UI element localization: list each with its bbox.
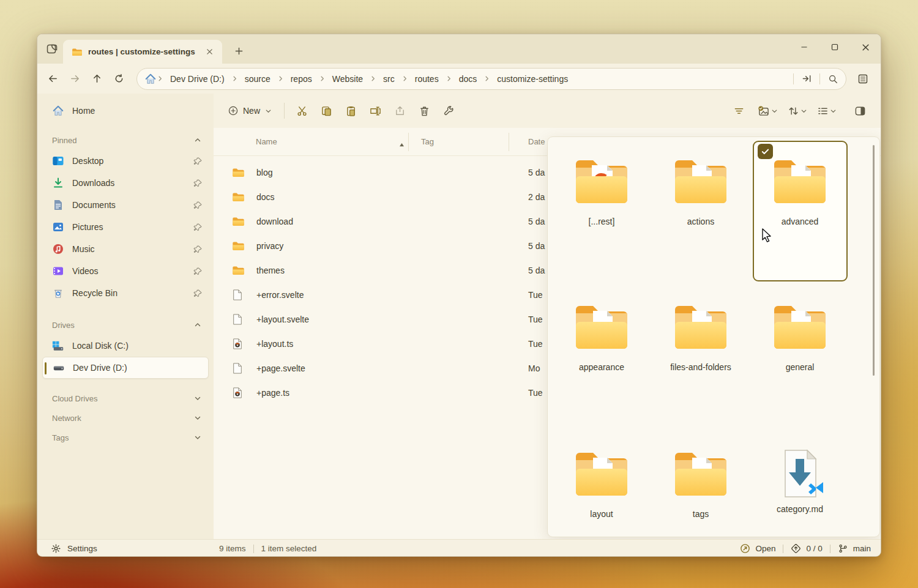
close-icon — [206, 48, 213, 55]
folder-md-icon — [670, 301, 731, 352]
chevron-down-icon[interactable] — [194, 434, 201, 441]
status-bar: Settings 9 items 1 item selected Open 0 … — [37, 539, 881, 557]
sidebar-section-network[interactable]: Network — [42, 408, 209, 428]
delete-button[interactable] — [412, 100, 436, 121]
downloads-icon — [52, 177, 64, 189]
folder-icon — [232, 240, 245, 252]
sidebar-section-cloud-drives[interactable]: Cloud Drives — [42, 389, 209, 408]
jump-to-end-button[interactable] — [797, 70, 816, 87]
pin-icon[interactable] — [193, 267, 203, 276]
pin-icon[interactable] — [193, 157, 203, 166]
git-status-button[interactable]: 0 / 0 — [791, 543, 822, 554]
properties-button[interactable] — [436, 100, 461, 121]
settings-button[interactable]: Settings — [37, 543, 97, 554]
grid-item-advanced[interactable]: advanced — [752, 155, 848, 226]
column-header-name[interactable]: Name — [256, 137, 277, 146]
grid-item-layout[interactable]: layout — [554, 448, 649, 519]
sidebar-item-music[interactable]: Music — [42, 238, 209, 260]
sidebar-section-pinned[interactable]: Pinned — [42, 130, 209, 150]
open-button[interactable]: Open — [740, 543, 775, 554]
cut-button[interactable] — [289, 100, 314, 121]
grid-scrollbar[interactable] — [873, 145, 875, 376]
sidebar-item-recycle-bin[interactable]: Recycle Bin — [42, 282, 209, 304]
up-button[interactable] — [86, 69, 107, 89]
sidebar-item-downloads[interactable]: Downloads — [42, 172, 209, 194]
grid-item-rest[interactable]: [...rest] — [554, 155, 649, 226]
new-button[interactable]: New — [221, 100, 279, 121]
share-button[interactable] — [387, 100, 412, 121]
grid-item-appearance[interactable]: appearance — [554, 301, 649, 372]
sidebar-item-dev-drive-d[interactable]: Dev Drive (D:) — [42, 357, 209, 379]
section-label: Network — [52, 414, 81, 423]
close-button[interactable] — [850, 34, 881, 60]
breadcrumb-item[interactable]: source — [239, 72, 276, 86]
git-branch-button[interactable]: main — [838, 543, 871, 554]
pin-icon[interactable] — [193, 179, 203, 188]
sidebar-item-desktop[interactable]: Desktop — [42, 150, 209, 172]
home-icon[interactable] — [144, 73, 157, 85]
sidebar-section-drives[interactable]: Drives — [42, 315, 209, 335]
column-divider[interactable] — [408, 133, 409, 151]
divider — [783, 545, 783, 553]
breadcrumb-item[interactable]: docs — [453, 72, 483, 86]
chevron-down-icon — [830, 108, 837, 114]
maximize-button[interactable] — [819, 34, 850, 60]
column-header-tag[interactable]: Tag — [421, 137, 434, 146]
grid-item-label: category.md — [752, 504, 848, 514]
file-date: Mo — [528, 363, 540, 373]
sidebar-item-local-disk-c[interactable]: Local Disk (C:) — [42, 335, 209, 357]
breadcrumb-item[interactable]: routes — [409, 72, 444, 86]
pin-icon[interactable] — [193, 201, 203, 210]
forward-button[interactable] — [64, 69, 85, 89]
chevron-down-icon[interactable] — [194, 395, 201, 402]
breadcrumb-bar[interactable]: Dev Drive (D:) source repos Website src … — [136, 68, 846, 90]
search-button[interactable] — [824, 70, 842, 87]
refresh-button[interactable] — [108, 69, 129, 89]
sidebar-item-home[interactable]: Home — [42, 100, 209, 122]
chevron-down-icon[interactable] — [194, 414, 201, 422]
paste-button[interactable] — [338, 100, 363, 121]
details-pane-button[interactable] — [853, 69, 873, 89]
layout-button[interactable] — [813, 100, 840, 121]
breadcrumb-item[interactable]: src — [378, 72, 400, 86]
grid-item-actions[interactable]: actions — [653, 155, 748, 226]
folder-md-icon — [670, 155, 731, 207]
local-disk-icon — [52, 340, 64, 352]
grid-item-tags[interactable]: tags — [653, 448, 748, 519]
tab-close-button[interactable] — [203, 45, 216, 59]
folder-md-icon — [571, 301, 632, 352]
chevron-right-icon — [277, 75, 284, 82]
breadcrumb-item[interactable]: Dev Drive (D:) — [165, 72, 230, 86]
breadcrumb-item[interactable]: repos — [285, 72, 318, 86]
sidebar-section-tags[interactable]: Tags — [42, 428, 209, 447]
filter-button[interactable] — [726, 100, 751, 121]
sidebar-item-videos[interactable]: Videos — [42, 260, 209, 282]
breadcrumb-item[interactable]: Website — [327, 72, 368, 86]
breadcrumb-item[interactable]: customize-settings — [491, 72, 573, 86]
preview-pane-button[interactable] — [848, 100, 872, 121]
arrow-right-icon — [70, 73, 80, 84]
column-header-date[interactable]: Date — [528, 137, 545, 146]
pin-icon[interactable] — [193, 289, 203, 298]
minimize-button[interactable] — [789, 34, 819, 60]
column-divider[interactable] — [509, 133, 509, 151]
copy-button[interactable] — [314, 100, 338, 121]
grid-item-general[interactable]: general — [752, 301, 848, 372]
sidebar-item-documents[interactable]: Documents — [42, 194, 209, 216]
sidebar-item-pictures[interactable]: Pictures — [42, 216, 209, 238]
select-button[interactable] — [753, 100, 782, 121]
pin-icon[interactable] — [193, 223, 203, 232]
chevron-up-icon[interactable] — [194, 136, 201, 144]
chevron-up-icon[interactable] — [194, 321, 201, 329]
sidebar-toggle-button[interactable] — [43, 40, 61, 58]
tab-active[interactable]: routes | customize-settings — [63, 40, 222, 64]
back-button[interactable] — [42, 69, 63, 89]
folder-icon — [232, 264, 245, 277]
new-tab-button[interactable] — [231, 43, 247, 59]
grid-item-category-md[interactable]: category.md — [752, 441, 848, 514]
pin-icon[interactable] — [193, 245, 203, 254]
arrow-left-icon — [48, 73, 58, 84]
sort-button[interactable] — [784, 100, 811, 121]
rename-button[interactable] — [363, 100, 387, 121]
grid-item-files-and-folders[interactable]: files-and-folders — [653, 301, 748, 372]
